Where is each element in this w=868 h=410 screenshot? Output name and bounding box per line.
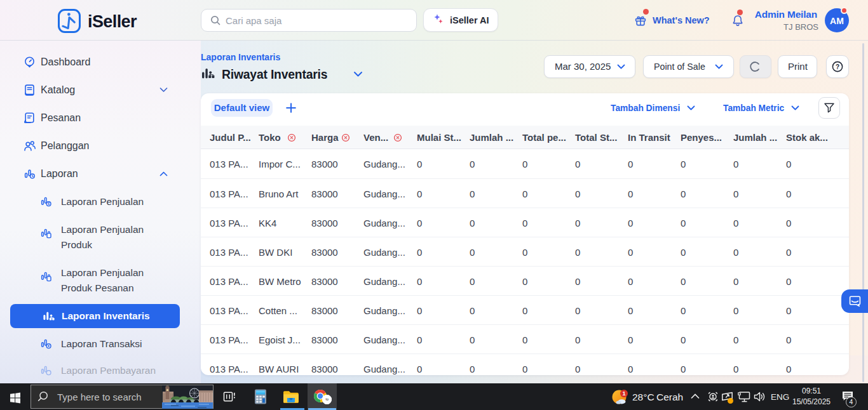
svg-text:?: ?: [836, 63, 839, 70]
svg-text:$: $: [48, 202, 50, 206]
